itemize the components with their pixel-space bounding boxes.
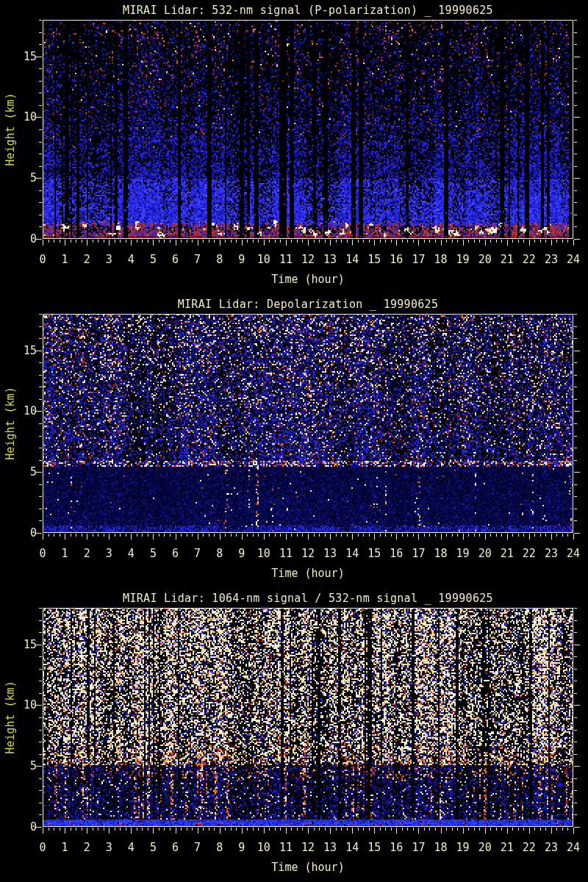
x-axis-label: Time (hour) [43, 861, 573, 874]
x-tick-label: 7 [185, 547, 210, 560]
y-tick-label: 10 [0, 698, 37, 711]
x-tick-label: 21 [495, 253, 520, 266]
lidar-heatmap-canvas-532p [0, 0, 588, 294]
y-tick-label: 10 [0, 110, 37, 123]
x-tick-label: 9 [229, 253, 254, 266]
panel-title: MIRAI Lidar: 1064-nm signal / 532-nm sig… [43, 592, 573, 605]
x-tick-label: 1 [52, 253, 77, 266]
x-tick-label: 15 [362, 547, 387, 560]
x-axis-label: Time (hour) [43, 273, 573, 286]
x-tick-label: 9 [229, 547, 254, 560]
x-tick-label: 13 [318, 547, 343, 560]
x-tick-label: 24 [561, 547, 586, 560]
x-tick-label: 3 [96, 841, 121, 854]
x-tick-label: 21 [495, 841, 520, 854]
x-tick-label: 22 [517, 841, 542, 854]
x-tick-label: 7 [185, 841, 210, 854]
x-tick-label: 13 [318, 253, 343, 266]
x-tick-label: 14 [340, 547, 365, 560]
y-axis-label: Height (km) [4, 659, 17, 776]
y-tick-label: 15 [0, 50, 37, 63]
y-axis-label: Height (km) [4, 71, 17, 188]
panel-title: MIRAI Lidar: Depolarization _ 19990625 [43, 298, 573, 311]
x-tick-label: 14 [340, 253, 365, 266]
y-tick-label: 5 [0, 171, 37, 184]
x-tick-label: 23 [539, 547, 564, 560]
x-tick-label: 18 [429, 253, 453, 266]
x-tick-label: 10 [251, 253, 276, 266]
y-axis-label: Height (km) [4, 365, 17, 482]
x-tick-label: 12 [295, 253, 320, 266]
x-tick-label: 6 [163, 841, 188, 854]
x-tick-label: 0 [30, 253, 55, 266]
x-tick-label: 21 [495, 547, 520, 560]
x-tick-label: 5 [140, 841, 165, 854]
x-tick-label: 15 [362, 253, 387, 266]
x-tick-label: 15 [362, 841, 387, 854]
panel-1064-532-ratio: MIRAI Lidar: 1064-nm signal / 532-nm sig… [0, 588, 588, 882]
x-tick-label: 1 [52, 841, 77, 854]
x-tick-label: 22 [517, 547, 542, 560]
x-tick-label: 10 [251, 547, 276, 560]
x-tick-label: 12 [295, 547, 320, 560]
x-tick-label: 16 [384, 253, 409, 266]
y-tick-label: 0 [0, 820, 37, 833]
lidar-heatmap-canvas-ratio [0, 588, 588, 882]
x-tick-label: 3 [96, 253, 121, 266]
x-tick-label: 4 [118, 547, 143, 560]
x-tick-label: 0 [30, 841, 55, 854]
x-tick-label: 8 [207, 253, 232, 266]
x-tick-label: 5 [140, 547, 165, 560]
x-tick-label: 4 [118, 841, 143, 854]
x-tick-label: 19 [451, 547, 476, 560]
y-tick-label: 15 [0, 344, 37, 357]
x-tick-label: 20 [473, 253, 498, 266]
x-tick-label: 23 [539, 253, 564, 266]
x-tick-label: 11 [273, 253, 298, 266]
x-tick-label: 2 [74, 547, 99, 560]
x-tick-label: 4 [118, 253, 143, 266]
y-tick-label: 0 [0, 232, 37, 245]
x-tick-label: 1 [52, 547, 77, 560]
panel-title: MIRAI Lidar: 532-nm signal (P-polarizati… [43, 4, 573, 17]
y-tick-label: 5 [0, 759, 37, 772]
x-tick-label: 24 [561, 253, 586, 266]
y-tick-label: 0 [0, 526, 37, 539]
x-tick-label: 6 [163, 547, 188, 560]
x-tick-label: 19 [451, 253, 476, 266]
x-tick-label: 8 [207, 841, 232, 854]
x-tick-label: 23 [539, 841, 564, 854]
x-tick-label: 6 [163, 253, 188, 266]
x-tick-label: 14 [340, 841, 365, 854]
panel-depolarization: MIRAI Lidar: Depolarization _ 19990625 H… [0, 294, 588, 588]
x-tick-label: 17 [406, 841, 431, 854]
x-axis-label: Time (hour) [43, 567, 573, 580]
x-tick-label: 11 [273, 841, 298, 854]
x-tick-label: 24 [561, 841, 586, 854]
x-tick-label: 2 [74, 253, 99, 266]
x-tick-label: 8 [207, 547, 232, 560]
x-tick-label: 20 [473, 547, 498, 560]
x-tick-label: 5 [140, 253, 165, 266]
y-tick-label: 5 [0, 465, 37, 478]
x-tick-label: 20 [473, 841, 498, 854]
x-tick-label: 2 [74, 841, 99, 854]
x-tick-label: 22 [517, 253, 542, 266]
x-tick-label: 17 [406, 547, 431, 560]
lidar-figure: MIRAI Lidar: 532-nm signal (P-polarizati… [0, 0, 588, 882]
x-tick-label: 16 [384, 547, 409, 560]
y-tick-label: 15 [0, 638, 37, 651]
x-tick-label: 19 [451, 841, 476, 854]
x-tick-label: 13 [318, 841, 343, 854]
panel-532nm-p-polarization: MIRAI Lidar: 532-nm signal (P-polarizati… [0, 0, 588, 294]
x-tick-label: 11 [273, 547, 298, 560]
x-tick-label: 17 [406, 253, 431, 266]
x-tick-label: 16 [384, 841, 409, 854]
x-tick-label: 3 [96, 547, 121, 560]
x-tick-label: 10 [251, 841, 276, 854]
lidar-heatmap-canvas-depol [0, 294, 588, 588]
y-tick-label: 10 [0, 404, 37, 417]
x-tick-label: 12 [295, 841, 320, 854]
x-tick-label: 0 [30, 547, 55, 560]
x-tick-label: 9 [229, 841, 254, 854]
